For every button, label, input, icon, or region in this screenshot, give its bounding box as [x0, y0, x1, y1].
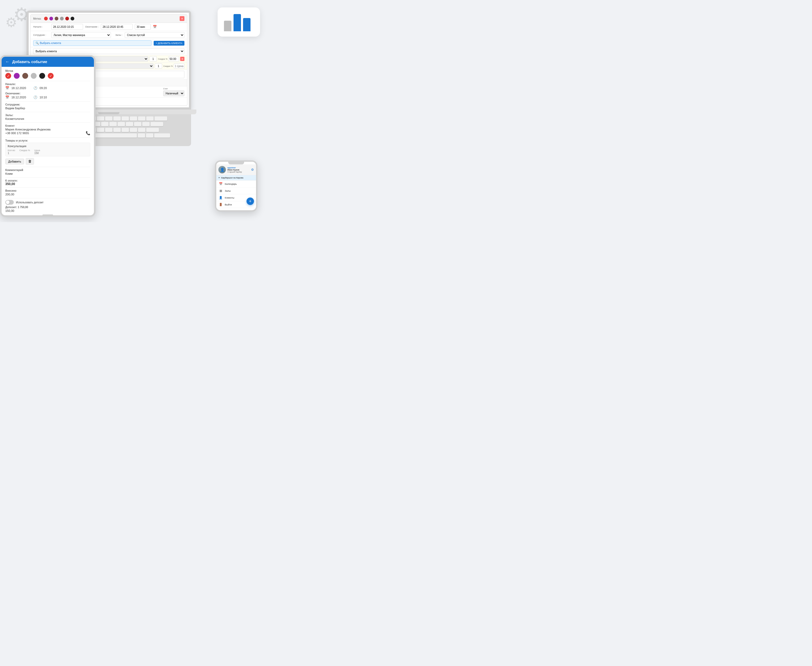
- delete-service-1-button[interactable]: ✕: [180, 57, 184, 61]
- add-service-row: Добавить 🗑: [5, 158, 90, 165]
- deposit-toggle[interactable]: [5, 200, 14, 205]
- nachalo-time: 09:20: [40, 86, 47, 90]
- services-label-t: Товары и услуги:: [5, 139, 90, 142]
- deposit-toggle-row: Использовать депозит: [5, 200, 90, 205]
- discount-detail-t: Скидка %: [19, 149, 30, 155]
- home-indicator: [43, 214, 53, 215]
- modal-close-button[interactable]: ✕: [180, 16, 184, 21]
- zaly-value-t: Косметология: [5, 117, 90, 120]
- comment-section-t: Комментарий Комм: [5, 169, 90, 175]
- user-role: Старший барбер: [227, 171, 250, 173]
- koplate-section-t: К оплате: 350,00: [5, 179, 90, 186]
- client-search-bar[interactable]: 🔍 Выбрать клиента: [33, 40, 152, 46]
- employee-hall-row: Сотрудник : Лилия, Мастер маникюра Залы …: [30, 31, 187, 39]
- service-details-t: Кол-во 1 Скидка % Цена 150: [8, 149, 88, 155]
- chart-bar-2: [233, 14, 241, 31]
- menu-item-zaly[interactable]: ▦ Залы: [216, 188, 256, 195]
- t-color-brown[interactable]: [22, 73, 28, 79]
- kb-key: [97, 116, 104, 120]
- hall-select[interactable]: Список пустой: [125, 32, 184, 38]
- kb-key: [154, 134, 170, 138]
- calendar-icon[interactable]: 📅: [153, 25, 157, 29]
- clients-menu-label: Клиенты: [225, 196, 234, 199]
- fab-button[interactable]: +: [246, 198, 254, 205]
- clock-icon-t2: 🕐: [33, 96, 37, 99]
- zaly-section-t: Залы: Косметология: [5, 114, 90, 120]
- deposit-section-t: Депозит: 1 750,00 150,00: [5, 206, 90, 213]
- color-purple[interactable]: [50, 17, 53, 20]
- price-detail-t: Цена 150: [34, 149, 40, 155]
- t-color-red[interactable]: ✓: [5, 73, 11, 79]
- settings-icon[interactable]: ⚙: [251, 168, 254, 171]
- koplate-value-t: 350,00: [5, 182, 90, 186]
- gear-icon-2: ⚙: [5, 16, 17, 29]
- deposit-amount-label-t: Депозит: 1 750,00: [5, 206, 90, 209]
- okonchanie-row-t: 📅 18.12.2020 🕐 10:10: [5, 96, 90, 99]
- chart-bar-3: [243, 18, 250, 31]
- nachalo-label-t: Начало:: [5, 83, 90, 86]
- kb-key: [117, 122, 125, 126]
- kb-key: [101, 122, 109, 126]
- menu-item-calendar[interactable]: 📅 Календарь: [216, 181, 256, 188]
- kb-key: [122, 128, 129, 132]
- chart-bar-1: [224, 21, 232, 31]
- t-color-black[interactable]: [39, 73, 45, 79]
- duration-input[interactable]: [135, 24, 151, 30]
- color-black[interactable]: [71, 17, 74, 20]
- add-client-button[interactable]: + ДОБАВИТЬ КЛИЕНТА: [154, 41, 184, 46]
- nachalo-label: Начало :: [33, 25, 49, 28]
- nachalo-row-t: 📅 18.12.2020 🕐 09:20: [5, 86, 90, 90]
- kb-key: [109, 122, 117, 126]
- zaly-label-t: Залы:: [5, 114, 90, 117]
- kb-key: [130, 116, 137, 120]
- discount-2-label: Скидка %: [163, 65, 173, 68]
- salon-icon: ✂: [218, 176, 220, 179]
- t-color-purple[interactable]: [14, 73, 20, 79]
- qty-detail-t: Кол-во 1: [8, 149, 15, 155]
- vneseno-section-t: Внесено 200,00: [5, 189, 90, 196]
- employee-select[interactable]: Лилия, Мастер маникюра: [51, 32, 111, 38]
- color-brown[interactable]: [55, 17, 58, 20]
- phone-notch: [228, 162, 244, 164]
- klient-label-t: Клиент: [5, 124, 90, 127]
- sotrudnik-label: Сотрудник :: [33, 34, 49, 36]
- tablet: ← Добавить событие Метка ✓ ✓ Начало:: [0, 55, 96, 217]
- kb-key: [134, 122, 141, 126]
- calendar-icon-t: 📅: [5, 86, 9, 90]
- kb-key: [113, 116, 121, 120]
- color-darkred[interactable]: [65, 17, 69, 20]
- add-service-button[interactable]: Добавить: [5, 158, 24, 164]
- start-datetime-input[interactable]: [51, 24, 83, 30]
- t-color-gray[interactable]: [31, 73, 36, 79]
- modal-header: Метка: ✕: [30, 15, 187, 23]
- client-dropdown[interactable]: Выбрать клиента: [33, 48, 184, 54]
- zaly-menu-label: Залы: [225, 190, 231, 192]
- kb-key: [138, 128, 146, 132]
- t-color-check[interactable]: ✓: [48, 73, 54, 79]
- salon-name: ✂ Барбершол на Кирова: [216, 175, 256, 181]
- datetime-row: Начало : Окончание : 📅: [30, 23, 187, 31]
- service-2-qty[interactable]: [155, 63, 162, 69]
- service-1-qty[interactable]: [149, 56, 157, 61]
- okonchanie-label-t: Окончание:: [5, 92, 90, 95]
- sotrudnik-value-t: Вадим Барбер: [5, 107, 90, 110]
- remove-service-button[interactable]: 🗑: [26, 158, 34, 165]
- kb-key: [154, 116, 167, 120]
- color-red[interactable]: [44, 17, 48, 20]
- comment-value-t: Комм: [5, 172, 90, 175]
- metka-label-t: Метка: [5, 69, 90, 73]
- schet-select[interactable]: Наличный: [163, 91, 184, 96]
- nachalo-date: 18.12.2020: [12, 86, 26, 90]
- clock-icon-t: 🕐: [33, 86, 37, 90]
- back-button[interactable]: ←: [5, 59, 10, 64]
- service-1-price[interactable]: [169, 56, 179, 61]
- vneseno-label-t: Внесено: [5, 189, 90, 192]
- app-name: appoimer: [227, 167, 250, 169]
- schet-group: Счет Наличный: [163, 87, 184, 96]
- service-2-price[interactable]: [174, 63, 184, 69]
- end-datetime-input[interactable]: [101, 24, 133, 30]
- phone-icon-t[interactable]: 📞: [86, 131, 90, 135]
- services-section-t: Товары и услуги: Консультация Кол-во 1 С…: [5, 139, 90, 165]
- color-gray[interactable]: [60, 17, 64, 20]
- koplate-label-t: К оплате:: [5, 179, 90, 182]
